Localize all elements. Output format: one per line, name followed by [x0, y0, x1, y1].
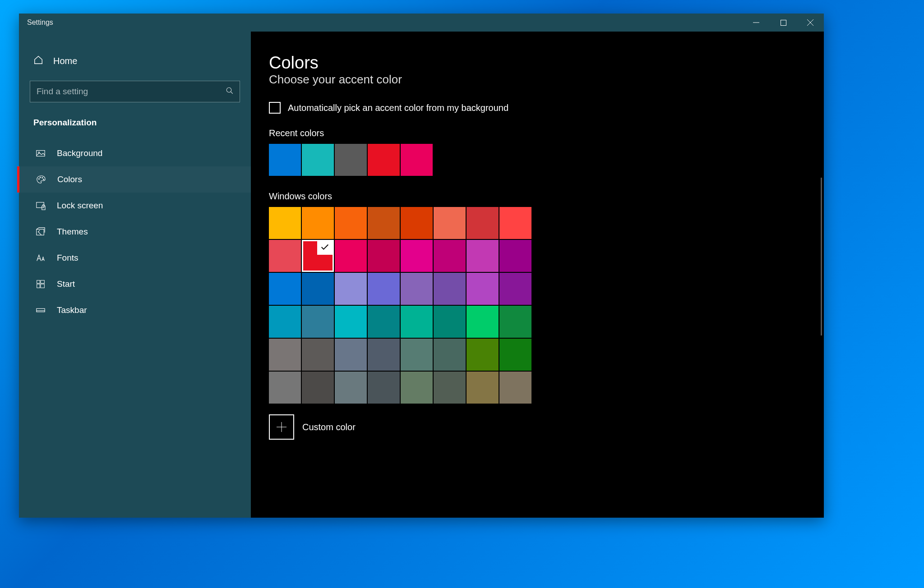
auto-pick-label: Automatically pick an accent color from …: [288, 103, 508, 113]
maximize-icon: [781, 20, 786, 26]
windows-color-swatch[interactable]: [335, 372, 367, 404]
svg-point-10: [42, 177, 43, 178]
windows-color-swatch[interactable]: [368, 273, 400, 305]
close-button[interactable]: [797, 14, 824, 32]
windows-color-swatch[interactable]: [368, 207, 400, 239]
windows-color-swatch[interactable]: [434, 240, 466, 272]
minimize-button[interactable]: [743, 14, 770, 32]
windows-color-swatch[interactable]: [434, 306, 466, 338]
windows-color-swatch[interactable]: [499, 240, 531, 272]
svg-rect-15: [37, 280, 40, 284]
sidebar-item-label: Start: [57, 279, 75, 289]
sidebar-item-label: Fonts: [57, 253, 79, 263]
windows-color-swatch[interactable]: [467, 306, 499, 338]
sidebar-item-background[interactable]: Background: [17, 140, 251, 166]
windows-color-swatch[interactable]: [467, 207, 499, 239]
windows-color-swatch[interactable]: [335, 273, 367, 305]
scrollbar[interactable]: [821, 178, 822, 335]
windows-color-swatch[interactable]: [401, 207, 433, 239]
sidebar-item-colors[interactable]: Colors: [17, 166, 251, 193]
windows-color-swatch[interactable]: [368, 372, 400, 404]
home-button[interactable]: Home: [19, 51, 251, 72]
custom-color-button[interactable]: [269, 414, 294, 440]
windows-color-swatch[interactable]: [335, 240, 367, 272]
svg-line-5: [231, 92, 233, 94]
svg-rect-19: [37, 308, 45, 312]
windows-color-swatch[interactable]: [368, 339, 400, 371]
svg-rect-18: [41, 284, 44, 288]
windows-color-swatch[interactable]: [499, 207, 531, 239]
recent-color-swatch[interactable]: [302, 144, 334, 176]
sidebar-item-label: Themes: [57, 227, 88, 237]
page-subtitle: Choose your accent color: [269, 73, 824, 87]
windows-color-swatch[interactable]: [434, 372, 466, 404]
windows-color-swatch[interactable]: [368, 240, 400, 272]
sidebar: Home Personalization Background: [19, 32, 251, 518]
fonts-icon: [35, 253, 46, 263]
windows-color-swatch[interactable]: [269, 207, 301, 239]
auto-pick-checkbox-row[interactable]: Automatically pick an accent color from …: [269, 102, 824, 114]
windows-color-swatch[interactable]: [434, 207, 466, 239]
picture-icon: [35, 148, 46, 158]
windows-color-swatch[interactable]: [269, 306, 301, 338]
svg-point-11: [43, 179, 44, 180]
windows-color-swatch[interactable]: [467, 372, 499, 404]
windows-color-swatch[interactable]: [401, 240, 433, 272]
windows-color-swatch[interactable]: [401, 306, 433, 338]
windows-color-swatch[interactable]: [269, 273, 301, 305]
windows-color-swatch[interactable]: [368, 306, 400, 338]
recent-color-swatch[interactable]: [269, 144, 301, 176]
windows-color-swatch[interactable]: [467, 273, 499, 305]
windows-color-swatch[interactable]: [302, 240, 334, 272]
sidebar-item-fonts[interactable]: Fonts: [17, 245, 251, 271]
windows-color-swatch[interactable]: [269, 339, 301, 371]
windows-color-swatch[interactable]: [467, 339, 499, 371]
windows-color-swatch[interactable]: [434, 273, 466, 305]
windows-color-swatch[interactable]: [269, 240, 301, 272]
recent-color-swatch[interactable]: [368, 144, 400, 176]
sidebar-item-start[interactable]: Start: [17, 271, 251, 297]
windows-color-swatch[interactable]: [499, 339, 531, 371]
sidebar-item-themes[interactable]: Themes: [17, 219, 251, 245]
home-label: Home: [53, 56, 77, 66]
windows-color-swatch[interactable]: [467, 240, 499, 272]
recent-color-swatch[interactable]: [335, 144, 367, 176]
windows-color-swatch[interactable]: [302, 273, 334, 305]
search-input[interactable]: [30, 81, 240, 102]
windows-color-swatch[interactable]: [499, 372, 531, 404]
windows-color-swatch[interactable]: [434, 339, 466, 371]
taskbar-icon: [35, 305, 46, 315]
svg-rect-16: [41, 280, 44, 284]
palette-icon: [36, 175, 46, 184]
windows-color-swatch[interactable]: [302, 339, 334, 371]
windows-color-swatch[interactable]: [335, 339, 367, 371]
windows-color-swatch[interactable]: [401, 372, 433, 404]
svg-rect-17: [37, 284, 40, 288]
category-label: Personalization: [19, 112, 251, 140]
sidebar-item-taskbar[interactable]: Taskbar: [17, 297, 251, 323]
windows-colors-grid: [269, 207, 539, 404]
close-icon: [807, 19, 813, 26]
windows-color-swatch[interactable]: [269, 372, 301, 404]
windows-color-swatch[interactable]: [302, 207, 334, 239]
windows-color-swatch[interactable]: [401, 339, 433, 371]
windows-color-swatch[interactable]: [335, 306, 367, 338]
sidebar-item-label: Colors: [57, 175, 82, 184]
themes-icon: [35, 227, 46, 237]
windows-color-swatch[interactable]: [302, 372, 334, 404]
window-title: Settings: [19, 18, 53, 27]
sidebar-item-label: Lock screen: [57, 201, 103, 211]
windows-color-swatch[interactable]: [335, 207, 367, 239]
titlebar: Settings: [19, 14, 824, 32]
recent-color-swatch[interactable]: [401, 144, 433, 176]
custom-color-label: Custom color: [302, 422, 356, 432]
maximize-button[interactable]: [770, 14, 797, 32]
windows-color-swatch[interactable]: [499, 273, 531, 305]
windows-color-swatch[interactable]: [302, 306, 334, 338]
svg-point-4: [226, 87, 231, 92]
sidebar-item-lock-screen[interactable]: Lock screen: [17, 193, 251, 219]
windows-color-swatch[interactable]: [499, 306, 531, 338]
main-content: Colors Choose your accent color Automati…: [251, 32, 824, 518]
lock-screen-icon: [35, 201, 46, 211]
windows-color-swatch[interactable]: [401, 273, 433, 305]
